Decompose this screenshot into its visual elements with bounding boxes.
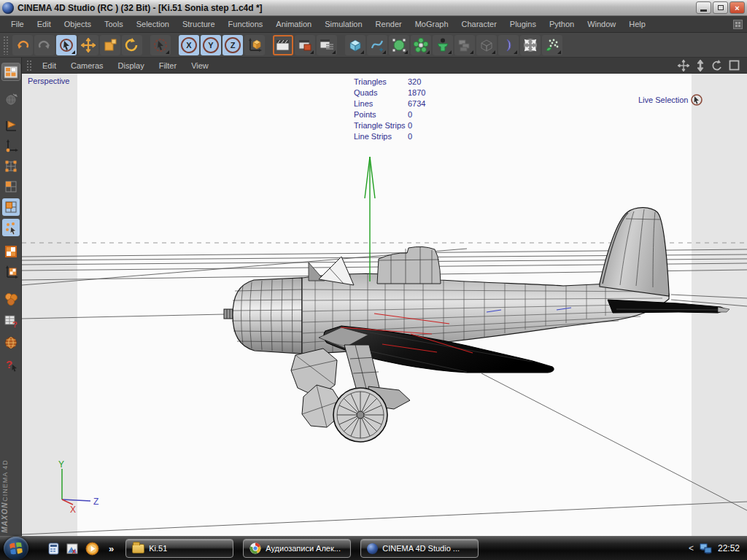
rotate-tool-button[interactable] (122, 35, 142, 55)
vmenu-filter[interactable]: Filter (152, 58, 184, 74)
menu-window[interactable]: Window (581, 16, 622, 33)
help-button[interactable]: ? (2, 356, 20, 373)
add-thinking-particles-button[interactable] (542, 35, 562, 55)
menu-mograph[interactable]: MoGraph (409, 16, 455, 33)
viewport-zoom-icon[interactable] (695, 60, 705, 71)
x-axis-icon: X (181, 37, 197, 53)
menu-structure[interactable]: Structure (176, 16, 222, 33)
add-modeling-object-button[interactable] (411, 35, 431, 55)
lock-y-axis-button[interactable]: Y (201, 35, 221, 55)
selection-tool-dropdown[interactable] (150, 35, 171, 55)
particles-icon (522, 37, 538, 53)
make-editable-button[interactable] (2, 117, 20, 134)
undo-button[interactable] (12, 35, 33, 55)
scale-tool-button[interactable] (100, 35, 120, 55)
scale-tool-icon (103, 38, 117, 52)
spheres-icon (4, 292, 18, 306)
gizmo-y-label: Y (58, 459, 64, 470)
move-tool-icon (80, 37, 96, 53)
task-button-cinema4d[interactable]: CINEMA 4D Studio ... (360, 539, 479, 558)
table-question-button[interactable]: ? (2, 312, 20, 330)
redo-button[interactable] (34, 35, 55, 55)
menu-tools[interactable]: Tools (98, 16, 130, 33)
menu-plugins[interactable]: Plugins (503, 16, 543, 33)
menu-render[interactable]: Render (369, 16, 409, 33)
polygon-mode-button[interactable] (2, 198, 20, 216)
viewport-canvas[interactable]: Y Z X Perspective Triangles320 Quads1870… (22, 74, 747, 536)
add-environment-button[interactable] (498, 35, 519, 55)
add-scene-object-button[interactable] (476, 35, 497, 55)
vmenu-view[interactable]: View (184, 58, 216, 74)
menu-simulation[interactable]: Simulation (318, 16, 368, 33)
layout-manager-button[interactable] (1, 63, 20, 81)
viewport-menubar-grip[interactable] (26, 60, 32, 71)
coordinate-system-button[interactable] (244, 35, 265, 55)
object-axis-mode-button[interactable] (2, 137, 20, 155)
make-editable-icon (4, 118, 18, 133)
render-view-button[interactable] (273, 35, 293, 55)
engine-cowling (232, 278, 302, 354)
left-shade-band (22, 74, 77, 536)
spheres-tool-button[interactable] (2, 290, 20, 308)
redo-icon (37, 38, 52, 52)
title-bar[interactable]: CINEMA 4D Studio (RC ) (32 Bit) - [Ki.51… (0, 0, 747, 16)
lock-z-axis-button[interactable]: Z (222, 35, 243, 55)
add-generator-button[interactable] (389, 35, 409, 55)
toolbar-grip[interactable] (3, 36, 9, 55)
add-spline-button[interactable] (367, 35, 387, 55)
menu-edit[interactable]: Edit (31, 16, 58, 33)
menu-functions[interactable]: Functions (222, 16, 270, 33)
menu-corner-icon[interactable] (733, 20, 743, 29)
menu-file[interactable]: File (4, 16, 31, 33)
quick-launch-expand[interactable]: » (109, 543, 114, 554)
add-deformer-button[interactable] (454, 35, 475, 55)
edge-mode-button[interactable] (2, 178, 20, 195)
menu-python[interactable]: Python (543, 16, 581, 33)
minimize-icon (700, 9, 707, 12)
network-icon[interactable] (700, 543, 712, 554)
globe-icon (4, 335, 18, 350)
coordinate-globe-button[interactable] (2, 90, 20, 108)
menu-character[interactable]: Character (455, 16, 503, 33)
points-mode-button[interactable] (2, 158, 20, 175)
texture-mode-button[interactable] (2, 243, 20, 260)
window-title: CINEMA 4D Studio (RC ) (32 Bit) - [Ki.51… (18, 3, 263, 13)
menu-selection[interactable]: Selection (130, 16, 176, 33)
camera-label[interactable]: Perspective (28, 77, 69, 85)
task-button-audio[interactable]: Аудиозаписи Алек... (243, 539, 351, 558)
viewport-maximize-icon[interactable] (729, 60, 740, 71)
add-particles-button[interactable] (520, 35, 541, 55)
start-button[interactable] (4, 537, 28, 560)
gizmo-z-label: Z (93, 497, 98, 507)
task-button-ki51[interactable]: Ki.51 (125, 539, 233, 558)
render-settings-button[interactable] (317, 35, 337, 55)
table-question-icon: ? (4, 314, 18, 328)
globe-button[interactable] (2, 334, 20, 351)
menu-animation[interactable]: Animation (269, 16, 318, 33)
menu-objects[interactable]: Objects (58, 16, 98, 33)
snap-mode-button[interactable] (2, 219, 20, 236)
render-picture-viewer-button[interactable] (295, 35, 315, 55)
viewport-rotate-icon[interactable] (711, 60, 723, 71)
add-cube-button[interactable] (345, 35, 365, 55)
live-selection-button[interactable] (56, 35, 77, 55)
media-player-icon[interactable] (85, 542, 99, 556)
add-character-object-button[interactable] (433, 35, 453, 55)
graphics-app-icon[interactable]: x (66, 542, 79, 555)
lock-x-axis-button[interactable]: X (179, 35, 199, 55)
tray-expand-chevron[interactable]: < (689, 543, 694, 553)
close-button[interactable]: × (729, 1, 745, 14)
viewport-pan-icon[interactable] (678, 60, 689, 71)
svg-text:?: ? (6, 358, 12, 370)
vmenu-display[interactable]: Display (111, 58, 152, 74)
texture-axis-mode-button[interactable] (2, 263, 20, 281)
stat-triangle-strips: Triangle Strips0 (354, 120, 425, 131)
minimize-button[interactable] (696, 1, 711, 14)
menu-help[interactable]: Help (622, 16, 652, 33)
vmenu-edit[interactable]: Edit (35, 58, 63, 74)
calculator-icon[interactable] (47, 542, 60, 555)
active-tool-indicator: Live Selection (638, 93, 703, 106)
move-tool-button[interactable] (78, 35, 98, 55)
restore-button[interactable] (713, 1, 728, 14)
vmenu-cameras[interactable]: Cameras (63, 58, 111, 74)
